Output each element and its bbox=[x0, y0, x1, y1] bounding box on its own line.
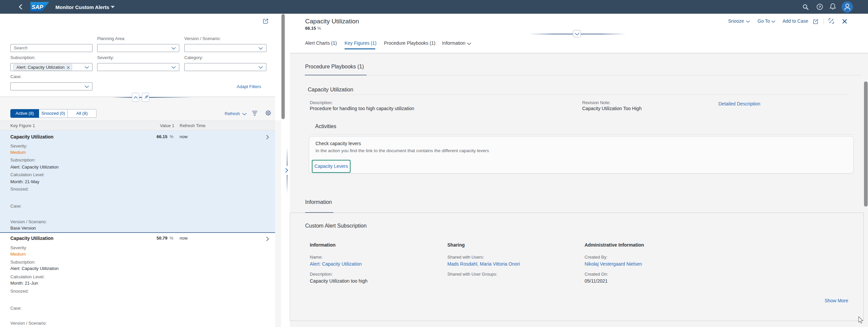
svg-text:?: ? bbox=[818, 5, 821, 9]
svg-text:SAP: SAP bbox=[32, 4, 44, 10]
